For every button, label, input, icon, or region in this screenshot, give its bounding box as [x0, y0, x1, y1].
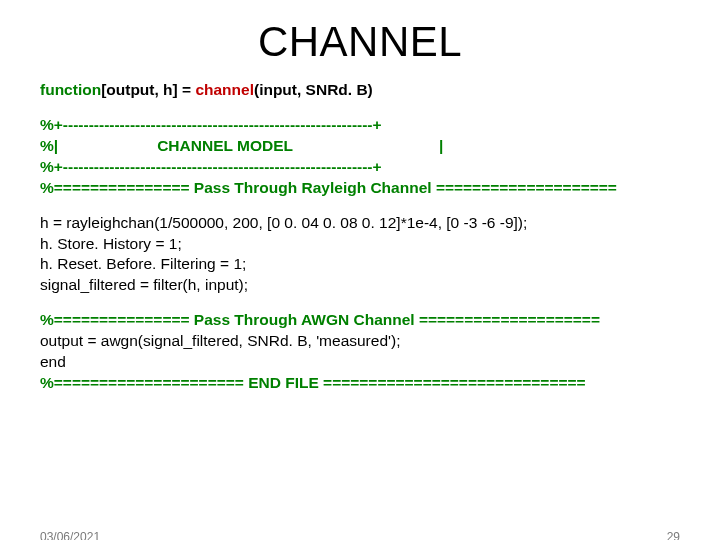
comment-pass-awgn: %=============== Pass Through AWGN Chann…	[40, 310, 680, 331]
code-line-1: h = rayleighchan(1/500000, 200, [0 0. 04…	[40, 213, 680, 234]
comment-end-file: %===================== END FILE ========…	[40, 373, 680, 394]
comment-box-mid-left: %| CHANNEL MODEL	[40, 137, 439, 154]
code-awgn-2: end	[40, 352, 680, 373]
footer: 03/06/2021 29	[40, 530, 680, 540]
slide-body: function[output, h] = channel(input, SNR…	[0, 80, 720, 394]
code-line-4: signal_filtered = filter(h, input);	[40, 275, 680, 296]
comment-box-mid-right: |	[439, 137, 443, 154]
comment-box-mid: %| CHANNEL MODEL |	[40, 136, 680, 157]
code-line-3: h. Reset. Before. Filtering = 1;	[40, 254, 680, 275]
footer-page: 29	[667, 530, 680, 540]
slide-title: CHANNEL	[0, 18, 720, 66]
footer-date: 03/06/2021	[40, 530, 100, 540]
func-args: [output, h] =	[101, 81, 195, 98]
function-signature: function[output, h] = channel(input, SNR…	[40, 80, 680, 101]
comment-pass-rayleigh: %=============== Pass Through Rayleigh C…	[40, 178, 680, 199]
code-awgn-1: output = awgn(signal_filtered, SNRd. B, …	[40, 331, 680, 352]
code-line-2: h. Store. History = 1;	[40, 234, 680, 255]
comment-box-top: %+--------------------------------------…	[40, 115, 680, 136]
func-tail: (input, SNRd. B)	[254, 81, 373, 98]
keyword-function: function	[40, 81, 101, 98]
slide: CHANNEL function[output, h] = channel(in…	[0, 18, 720, 540]
func-name: channel	[195, 81, 254, 98]
comment-box-bot: %+--------------------------------------…	[40, 157, 680, 178]
